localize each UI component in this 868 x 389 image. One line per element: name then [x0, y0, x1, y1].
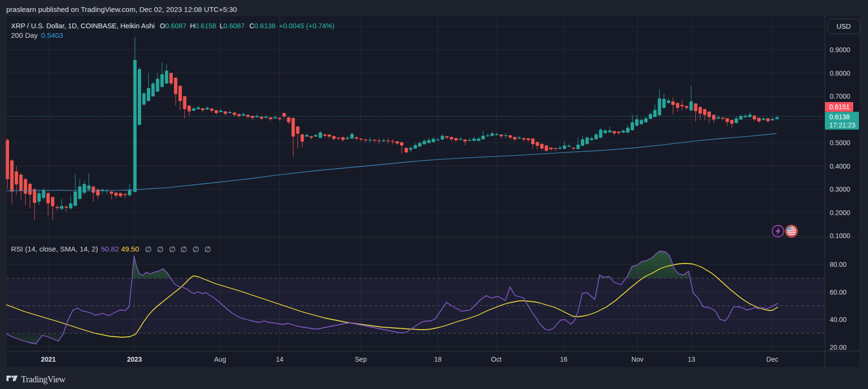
svg-text:∅: ∅	[204, 245, 211, 253]
svg-text:0.5403: 0.5403	[41, 31, 63, 39]
svg-text:0.1000: 0.1000	[830, 232, 850, 240]
svg-text:L0.6087: L0.6087	[220, 22, 245, 30]
svg-text:∅: ∅	[157, 245, 164, 253]
svg-text:200 Day: 200 Day	[11, 31, 38, 39]
svg-text:0.2000: 0.2000	[830, 209, 850, 217]
svg-text:∅: ∅	[145, 245, 152, 253]
svg-text:17:21:23: 17:21:23	[829, 121, 856, 129]
svg-text:0.6151: 0.6151	[829, 103, 850, 111]
svg-text:Sep: Sep	[355, 355, 367, 363]
svg-text:2021: 2021	[41, 355, 56, 363]
svg-text:C0.6138: C0.6138	[249, 22, 276, 30]
svg-text:Aug: Aug	[214, 355, 226, 363]
svg-text:H0.6158: H0.6158	[190, 22, 216, 30]
svg-text:0.6138: 0.6138	[829, 113, 850, 121]
svg-text:TradingView: TradingView	[21, 375, 66, 384]
svg-text:50.82: 50.82	[101, 245, 119, 253]
svg-text:XRP / U.S. Dollar, 1D, COINBAS: XRP / U.S. Dollar, 1D, COINBASE, Heikin …	[11, 22, 155, 30]
svg-text:13: 13	[688, 355, 695, 363]
svg-text:∅: ∅	[180, 245, 187, 253]
svg-text:14: 14	[276, 355, 284, 363]
svg-text:0.4000: 0.4000	[830, 162, 850, 170]
svg-text:∅: ∅	[169, 245, 176, 253]
svg-text:80.00: 80.00	[830, 261, 846, 268]
svg-text:0.5000: 0.5000	[830, 139, 850, 147]
svg-text:∅: ∅	[192, 245, 199, 253]
svg-text:Oct: Oct	[491, 355, 501, 363]
svg-text:0.3000: 0.3000	[830, 185, 850, 193]
svg-text:RSI (14, close, SMA, 14, 2): RSI (14, close, SMA, 14, 2)	[11, 245, 98, 253]
svg-text:60.00: 60.00	[830, 288, 846, 296]
svg-text:49.50: 49.50	[121, 245, 139, 253]
svg-text:+0.0045 (+0.74%): +0.0045 (+0.74%)	[279, 22, 334, 30]
svg-text:Nov: Nov	[632, 355, 644, 363]
svg-text:praslearn published on Trading: praslearn published on TradingView.com, …	[6, 5, 237, 13]
svg-text:0.9000: 0.9000	[830, 46, 850, 54]
svg-text:USD: USD	[836, 23, 851, 30]
svg-text:0.7000: 0.7000	[830, 92, 850, 100]
svg-text:18: 18	[434, 355, 442, 363]
svg-text:0.8000: 0.8000	[830, 69, 850, 77]
svg-text:2023: 2023	[127, 355, 142, 363]
svg-text:O0.6087: O0.6087	[160, 22, 187, 30]
svg-text:16: 16	[560, 355, 568, 363]
svg-text:40.00: 40.00	[830, 316, 846, 323]
svg-text:20.00: 20.00	[830, 343, 846, 351]
svg-text:Dec: Dec	[767, 355, 779, 363]
